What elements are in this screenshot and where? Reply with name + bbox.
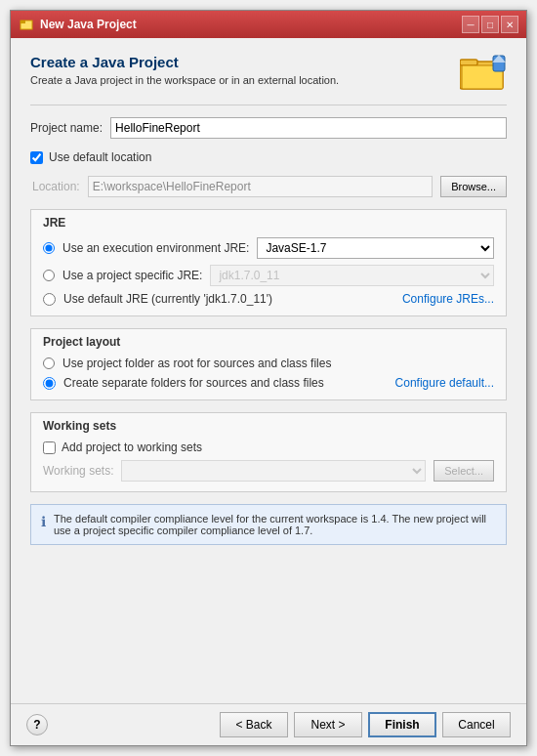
header-section: Create a Java Project Create a Java proj… — [30, 54, 507, 93]
jre-option1-radio[interactable] — [43, 242, 55, 254]
jre-option3-left: Use default JRE (currently 'jdk1.7.0_11'… — [43, 292, 272, 306]
jre-option3-row: Use default JRE (currently 'jdk1.7.0_11'… — [43, 292, 494, 306]
jre-section: JRE Use an execution environment JRE: Ja… — [30, 209, 507, 316]
title-bar-controls: ─ □ ✕ — [462, 16, 518, 33]
project-name-input[interactable] — [110, 117, 507, 139]
svg-rect-1 — [21, 21, 25, 23]
configure-jres-link[interactable]: Configure JREs... — [402, 292, 494, 306]
working-sets-select-button[interactable]: Select... — [434, 460, 494, 482]
working-sets-title: Working sets — [43, 419, 494, 433]
layout-option1-row: Use project folder as root for sources a… — [43, 357, 494, 370]
layout-section-title: Project layout — [43, 335, 494, 349]
project-name-label: Project name: — [30, 121, 103, 135]
info-icon: ℹ — [41, 514, 46, 529]
jre-specific-select: jdk1.7.0_11 — [210, 265, 494, 286]
finish-button[interactable]: Finish — [368, 712, 436, 737]
default-location-label: Use default location — [49, 150, 151, 164]
layout-option1-radio[interactable] — [43, 357, 55, 369]
jre-option1-label: Use an execution environment JRE: — [62, 241, 249, 255]
maximize-button[interactable]: □ — [481, 16, 499, 33]
window-icon — [19, 17, 34, 32]
page-subtitle: Create a Java project in the workspace o… — [30, 74, 339, 86]
working-sets-section: Working sets Add project to working sets… — [30, 412, 507, 492]
window-title: New Java Project — [40, 18, 137, 31]
jre-option2-radio[interactable] — [43, 270, 55, 281]
layout-option2-label: Create separate folders for sources and … — [63, 376, 324, 390]
location-label: Location: — [32, 180, 80, 193]
folder-svg — [460, 54, 507, 93]
working-sets-checkbox[interactable] — [43, 441, 56, 454]
jre-option3-label: Use default JRE (currently 'jdk1.7.0_11'… — [63, 292, 272, 306]
folder-icon — [460, 54, 507, 93]
layout-option2-row: Create separate folders for sources and … — [43, 376, 494, 390]
help-button[interactable]: ? — [26, 714, 48, 735]
default-location-checkbox[interactable] — [30, 151, 43, 164]
header-text: Create a Java Project Create a Java proj… — [30, 54, 339, 86]
next-button[interactable]: Next > — [294, 712, 362, 737]
layout-option2-left: Create separate folders for sources and … — [43, 376, 324, 390]
cancel-button[interactable]: Cancel — [442, 712, 511, 737]
configure-default-link[interactable]: Configure default... — [395, 376, 494, 390]
close-button[interactable]: ✕ — [501, 16, 518, 33]
working-sets-select — [121, 460, 426, 482]
layout-option1-label: Use project folder as root for sources a… — [62, 357, 331, 370]
working-sets-input-row: Working sets: Select... — [43, 460, 494, 482]
title-bar-left: New Java Project — [19, 17, 137, 32]
jre-option3-radio[interactable] — [43, 293, 56, 306]
default-location-row: Use default location — [30, 150, 507, 164]
jre-option1-row: Use an execution environment JRE: JavaSE… — [43, 237, 494, 259]
main-window: New Java Project ─ □ ✕ Create a Java Pro… — [10, 10, 527, 746]
working-sets-checkbox-label: Add project to working sets — [62, 441, 202, 454]
back-button[interactable]: < Back — [220, 712, 288, 737]
jre-section-title: JRE — [43, 216, 494, 230]
main-content: Create a Java Project Create a Java proj… — [11, 38, 526, 703]
info-text: The default compiler compliance level fo… — [54, 513, 496, 536]
minimize-button[interactable]: ─ — [462, 16, 479, 33]
jre-environment-select[interactable]: JavaSE-1.7 — [257, 237, 494, 259]
jre-option2-label: Use a project specific JRE: — [62, 269, 202, 282]
browse-button[interactable]: Browse... — [440, 176, 507, 197]
title-bar: New Java Project ─ □ ✕ — [11, 11, 526, 38]
footer-left: ? — [26, 714, 48, 735]
header-divider — [30, 105, 507, 105]
project-layout-section: Project layout Use project folder as roo… — [30, 328, 507, 400]
info-box: ℹ The default compiler compliance level … — [30, 504, 507, 545]
project-name-row: Project name: — [30, 117, 507, 139]
working-sets-label: Working sets: — [43, 464, 113, 478]
location-row: Location: Browse... — [30, 176, 507, 197]
layout-option2-radio[interactable] — [43, 377, 56, 390]
working-sets-checkbox-row: Add project to working sets — [43, 441, 494, 454]
jre-option2-row: Use a project specific JRE: jdk1.7.0_11 — [43, 265, 494, 286]
svg-rect-3 — [460, 60, 477, 65]
location-input — [88, 176, 433, 197]
footer-right: < Back Next > Finish Cancel — [220, 712, 511, 737]
footer: ? < Back Next > Finish Cancel — [11, 703, 526, 745]
page-title: Create a Java Project — [30, 54, 339, 70]
